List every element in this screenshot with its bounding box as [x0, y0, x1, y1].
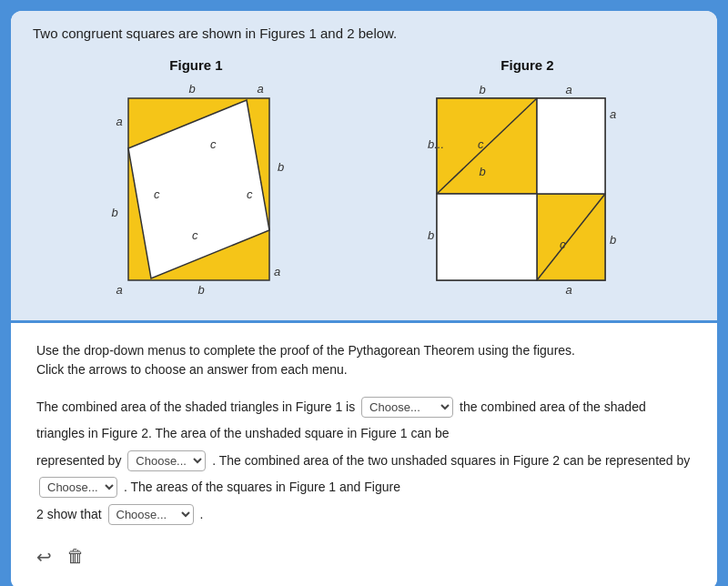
dropdown2[interactable]: Choose... a² b² c² a² + b² — [127, 450, 206, 471]
fig2-label-a-bottom: a — [565, 283, 571, 297]
figure1-svg: b a b a b a b a c c — [101, 80, 292, 298]
top-section: Two congruent squares are shown in Figur… — [11, 11, 717, 323]
bottom-section: Use the drop-down menus to complete the … — [11, 323, 717, 586]
fig1-label-b-left: b — [111, 206, 117, 219]
page-title: Two congruent squares are shown in Figur… — [33, 25, 695, 41]
fig1-label-a-bottomright: a — [274, 265, 280, 278]
proof-sentence5-after: . — [199, 507, 203, 521]
figure1-container: Figure 1 b a b — [101, 57, 292, 298]
svg-rect-6 — [437, 194, 537, 280]
fig1-label-b-right: b — [278, 160, 284, 174]
fig2-label-b-top: b — [479, 83, 485, 96]
proof-sentence5-before: 2 show that — [36, 507, 102, 521]
fig1-label-c1: c — [210, 137, 217, 151]
fig1-label-c4: c — [154, 187, 160, 201]
proof-sentence4-after: . The areas of the squares in Figure 1 a… — [124, 480, 400, 494]
figure1-title: Figure 1 — [169, 57, 222, 73]
fig1-label-a-topright: a — [257, 82, 263, 96]
proof-sentence1-after: the combined — [460, 399, 536, 414]
figure2-svg: b a a b b b... b a c — [428, 80, 628, 298]
figures-row: Figure 1 b a b — [33, 57, 695, 298]
dropdown1[interactable]: Choose... equal to greater than less tha… — [361, 397, 453, 418]
fig2-label-a-topright: a — [565, 83, 571, 96]
fig2-label-a-left: b — [428, 228, 434, 242]
trash-button[interactable]: 🗑 — [66, 546, 85, 567]
fig1-label-a-topleft: a — [116, 115, 122, 128]
figure2-container: Figure 2 — [428, 57, 628, 298]
bottom-icons: ↩ 🗑 — [36, 546, 692, 568]
dropdown3[interactable]: Choose... a² b² c² a² + b² — [39, 477, 117, 498]
fig1-label-b-bottom: b — [197, 283, 204, 297]
fig2-label-a-right-top: a — [610, 107, 616, 121]
instructions: Use the drop-down menus to complete the … — [36, 341, 692, 379]
fig1-label-a-bottomleft: a — [116, 283, 122, 297]
proof-sentence4: 2 can be represented by — [552, 453, 690, 468]
fig1-label-c3: c — [192, 228, 198, 242]
fig2-label-b-right: b — [610, 233, 616, 247]
fig1-label-c2: c — [247, 187, 253, 201]
fig2-label-c2: c — [560, 237, 566, 251]
svg-rect-5 — [537, 98, 605, 194]
proof-text: The combined area of the shaded triangle… — [36, 394, 692, 528]
proof-sentence3-after: . The combined area of the two unshaded … — [212, 453, 549, 468]
dropdown4[interactable]: Choose... a² + b² = c² a² = b² + c² b² =… — [108, 504, 194, 525]
proof-sentence3-before: represented by — [36, 453, 121, 468]
fig2-label-c1: c — [478, 137, 484, 151]
undo-button[interactable]: ↩ — [36, 546, 52, 568]
fig2-label-b-left: b... — [428, 137, 444, 151]
fig1-label-b-top: b — [188, 82, 195, 96]
fig2-label-b-mid: b — [479, 165, 485, 178]
proof-sentence1-before: The combined area of the shaded triangle… — [36, 399, 355, 414]
figure2-title: Figure 2 — [500, 57, 553, 73]
main-card: Two congruent squares are shown in Figur… — [11, 11, 717, 586]
